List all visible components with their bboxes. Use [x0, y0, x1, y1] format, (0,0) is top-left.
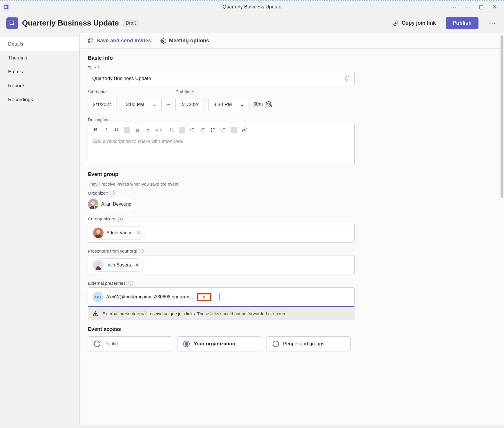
highlighted-remove-box: ✕	[197, 293, 211, 301]
bold-icon[interactable]: B	[93, 127, 99, 133]
more-window-icon[interactable]: ⋯	[451, 4, 456, 10]
underline-icon[interactable]: U	[114, 127, 119, 133]
title-label: Title*	[88, 65, 437, 70]
organizer-label: Organizer: i	[88, 191, 437, 195]
number-list-icon[interactable]: 123	[221, 127, 226, 133]
sidebar: Details Theming Emails Reports Recording…	[0, 33, 80, 425]
sidebar-item-theming[interactable]: Theming	[0, 51, 79, 65]
access-option-people-groups[interactable]: People and groups	[266, 336, 351, 351]
action-bar: Save and send invites Meeting options	[80, 33, 501, 49]
window-titlebar: Quarterly Business Update ⋯ — ▢ ✕	[0, 0, 504, 13]
svg-point-18	[211, 130, 212, 130]
svg-text:3: 3	[222, 130, 222, 132]
font-size-icon[interactable]: AA	[155, 128, 164, 132]
event-group-heading: Event group	[88, 171, 437, 177]
main-content: Save and send invites Meeting options Ba…	[80, 33, 504, 425]
sidebar-item-emails[interactable]: Emails	[0, 65, 79, 79]
scrollbar[interactable]	[501, 35, 503, 198]
copy-join-link-button[interactable]: Copy join link	[393, 20, 436, 26]
close-window-icon[interactable]: ✕	[492, 4, 497, 10]
bullet-list-icon[interactable]	[210, 127, 216, 133]
maximize-icon[interactable]: ▢	[479, 4, 484, 10]
publish-button[interactable]: Publish	[446, 17, 478, 29]
avatar-initials: GS	[93, 292, 103, 302]
access-option-your-org[interactable]: Your organization	[177, 336, 261, 351]
external-presenters-label: External presenters: i	[88, 281, 437, 286]
remove-icon[interactable]: ✕	[135, 230, 142, 236]
svg-point-17	[211, 128, 212, 129]
svg-rect-1	[5, 6, 7, 8]
end-time-input[interactable]: 3:30 PM ⌄	[209, 98, 249, 111]
external-presenters-input[interactable]: GS AlexW@moderncomms330608.onmicros... ✕	[88, 287, 355, 307]
remove-icon[interactable]: ✕	[198, 291, 210, 303]
coorganizers-label: Co-organizers: i	[88, 216, 437, 221]
avatar	[93, 228, 104, 238]
meeting-options-button[interactable]: Meeting options	[160, 38, 209, 44]
coorganizers-input[interactable]: Adele Vance ✕	[88, 223, 355, 243]
link-icon	[393, 20, 399, 26]
save-send-invites-button[interactable]: Save and send invites	[88, 38, 151, 44]
svg-point-19	[211, 131, 212, 131]
timezone-icon[interactable]	[266, 101, 272, 107]
event-access-heading: Event access	[88, 326, 437, 332]
access-option-public[interactable]: Public	[88, 336, 172, 351]
start-date-input[interactable]: 2/1/2024	[88, 98, 117, 111]
event-icon	[6, 17, 18, 29]
editor-toolbar: B I U AA 123	[88, 124, 354, 136]
event-group-subtext: They'll receive invites when you save th…	[88, 182, 437, 186]
status-badge: Draft	[123, 20, 139, 27]
svg-point-32	[96, 230, 100, 234]
svg-point-30	[91, 201, 95, 205]
page-header: Quarterly Business Update Draft Copy joi…	[0, 13, 504, 33]
start-time-input[interactable]: 3:00 PM ⌄	[121, 98, 162, 111]
chevron-down-icon: ⌄	[153, 101, 157, 108]
chevron-down-icon: ⌄	[240, 101, 244, 108]
radio-icon	[183, 341, 190, 347]
sidebar-item-recordings[interactable]: Recordings	[0, 93, 79, 107]
start-date-label: Start date	[88, 89, 162, 94]
window-title: Quarterly Business Update	[222, 4, 281, 10]
title-input[interactable]: Quarterly Business Update ✓	[88, 72, 355, 85]
end-date-label: End date	[175, 89, 249, 94]
coorganizer-name: Adele Vance	[106, 230, 133, 235]
end-date-input[interactable]: 2/1/2024	[175, 98, 204, 111]
sidebar-item-reports[interactable]: Reports	[0, 79, 79, 93]
info-icon[interactable]: i	[139, 249, 144, 253]
more-actions-icon[interactable]: ⋯	[487, 18, 498, 28]
basic-info-heading: Basic info	[88, 55, 437, 61]
presenter-name: Irvin Sayers	[106, 262, 131, 268]
avatar	[88, 199, 98, 209]
avatar	[93, 260, 104, 270]
indent-icon[interactable]	[200, 127, 206, 133]
external-presenter-email: AlexW@moderncomms330608.onmicros...	[106, 294, 194, 300]
organizer-name: Allan Deyoung	[101, 202, 131, 207]
app-icon	[3, 4, 9, 10]
organizer-chip: Allan Deyoung	[88, 198, 134, 211]
description-editor[interactable]: B I U AA 123 Add a description to	[88, 124, 355, 165]
text-cursor	[220, 293, 220, 300]
link-icon[interactable]	[242, 127, 247, 133]
presenters-input[interactable]: Irvin Sayers ✕	[88, 255, 355, 275]
presenter-chip: Irvin Sayers ✕	[92, 258, 144, 272]
sidebar-item-details[interactable]: Details	[0, 37, 79, 51]
clear-format-icon[interactable]	[168, 127, 174, 133]
svg-point-34	[97, 262, 100, 265]
description-label: Description	[88, 117, 437, 122]
remove-icon[interactable]: ✕	[134, 262, 140, 268]
outdent-icon[interactable]	[189, 127, 195, 133]
radio-icon	[94, 341, 100, 347]
presenters-label: Presenters from your org: i	[88, 249, 437, 253]
info-icon[interactable]: i	[110, 191, 115, 195]
external-presenter-chip: GS AlexW@moderncomms330608.onmicros... ✕	[92, 291, 211, 303]
svg-point-3	[163, 40, 164, 41]
italic-icon[interactable]: I	[103, 127, 109, 133]
minimize-icon[interactable]: —	[465, 4, 470, 10]
external-warning: External presenters will receive unique …	[88, 307, 355, 320]
info-icon[interactable]: i	[118, 217, 123, 221]
save-icon	[88, 38, 94, 44]
description-textarea[interactable]: Add a description to share with attendee…	[88, 136, 354, 165]
page-title: Quarterly Business Update	[22, 19, 119, 28]
info-icon[interactable]: i	[128, 281, 133, 286]
font-color-icon[interactable]	[145, 127, 151, 133]
highlight-icon[interactable]	[135, 127, 140, 133]
